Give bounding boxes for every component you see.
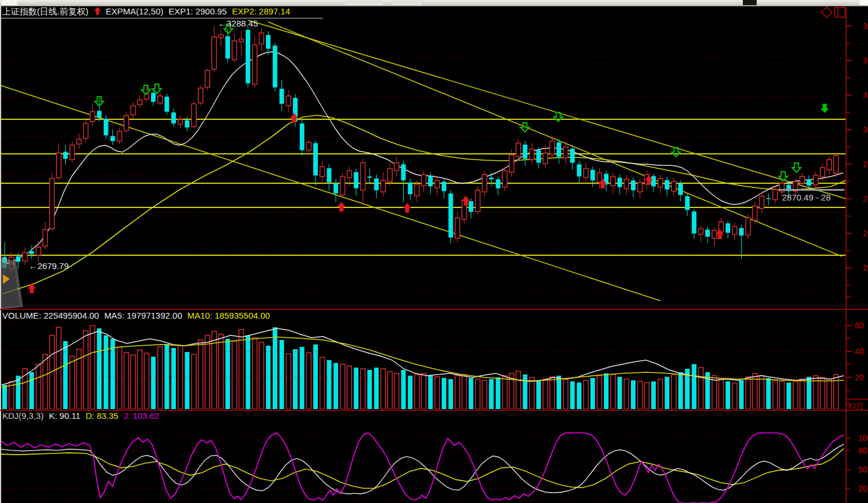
volume-ma10-value: MA10: 185935504.00 xyxy=(187,311,270,320)
kdj-j-value: J: 103.62 xyxy=(123,411,159,421)
kdj-axis-label: 80 xyxy=(858,446,867,455)
kdj-axis-label: 100 xyxy=(858,433,868,443)
kdj-indicator-label: KDJ(9,3,3) xyxy=(2,411,44,421)
peak-price-label: ←3288.45 xyxy=(218,18,258,28)
up-arrow-icon xyxy=(93,6,102,16)
volume-value: VOLUME: 225495904.00 xyxy=(2,311,99,320)
trading-app-window: 上证指数(日线.前复权)EXPMA(12,50)EXP1: 2900.95EXP… xyxy=(0,0,868,503)
main-chart-header: 上证指数(日线.前复权)EXPMA(12,50)EXP1: 2900.95EXP… xyxy=(2,6,295,17)
instrument-title: 上证指数(日线.前复权) xyxy=(2,6,88,16)
volume-ma5-value: MA5: 197971392.00 xyxy=(104,311,182,320)
header-underline xyxy=(0,18,323,18)
kdj-header: KDJ(9,3,3)K: 90.11D: 83.35J: 103.62 xyxy=(2,411,164,421)
range-marker-line xyxy=(779,189,844,191)
volume-header: VOLUME: 225495904.00MA5: 197971392.00MA1… xyxy=(2,311,275,320)
indicator-label: EXPMA(12,50) xyxy=(106,6,163,16)
range-price-label: 2870.49 - 28 xyxy=(782,192,831,202)
kdj-axis-label: 20 xyxy=(858,484,867,493)
kdj-d-value: D: 83.35 xyxy=(85,411,118,421)
kdj-axis-label: 50 xyxy=(858,465,867,474)
volume-unit-label: X1万 xyxy=(848,402,863,411)
exp2-value: EXP2: 2897.14 xyxy=(232,6,290,16)
low-price-label: ←2679.79 xyxy=(29,261,69,271)
exp1-value: EXP1: 2900.95 xyxy=(168,6,227,16)
kdj-k-value: K: 90.11 xyxy=(49,411,81,421)
